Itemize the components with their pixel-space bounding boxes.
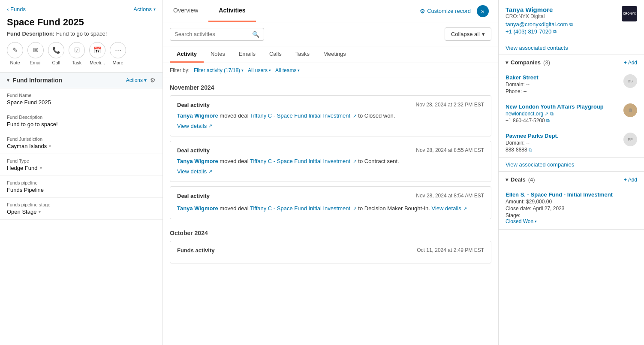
view-details-link[interactable]: View details ↗: [177, 122, 212, 130]
external-link-icon: ↗: [353, 206, 357, 211]
search-input[interactable]: [175, 31, 250, 37]
pipeline-stage-dropdown[interactable]: ▾: [39, 209, 41, 214]
tab-emails[interactable]: Emails: [232, 46, 262, 63]
activity-tabs-row: Activity Notes Emails Calls Tasks Meetin…: [163, 46, 498, 63]
copy-phone-icon[interactable]: ⧉: [553, 29, 557, 34]
jurisdiction-dropdown[interactable]: ▾: [49, 144, 51, 148]
add-deal-link[interactable]: + Add: [624, 177, 637, 183]
view-associated-contacts-link[interactable]: View associated contacts: [499, 41, 644, 55]
chevron-down-icon-deals: ▾: [506, 177, 508, 183]
note-action[interactable]: ✎ Note: [7, 42, 23, 65]
deal-stage-dropdown-icon: ▾: [535, 219, 537, 224]
company-logo: CRONYX: [622, 6, 637, 21]
view-associated-companies-link[interactable]: View associated companies: [499, 157, 644, 172]
copy-pawnee-phone-icon[interactable]: ⧉: [529, 147, 532, 152]
tab-notes[interactable]: Notes: [204, 46, 232, 63]
fund-info-section-header: ▾ Fund Information Actions ▾ ⚙: [0, 72, 163, 88]
deals-section: ▾ Deals (4) + Add Ellen S. - Space Fund …: [499, 172, 644, 230]
company-logo-new-london: 🏛: [623, 103, 637, 117]
deal-link[interactable]: Tiffany C - Space Fund Initial Investmen…: [250, 158, 350, 164]
contact-phone: +1 (403) 819-7020 ⧉: [506, 28, 617, 35]
settings-icon[interactable]: ⚙: [150, 77, 156, 84]
deal-name[interactable]: Ellen S. - Space Fund - Initial Investme…: [506, 191, 637, 198]
deals-section-header[interactable]: ▾ Deals (4) + Add: [499, 172, 644, 187]
month-october-2024: October 2024: [163, 224, 498, 236]
company-name-new-london[interactable]: New London Youth Affairs Playgroup: [506, 103, 620, 110]
external-link-icon: ↗: [353, 113, 357, 118]
left-panel: Funds Actions ▾ Space Fund 2025 Fund Des…: [0, 0, 163, 345]
contact-email: tanya@cronyxdigital.com ⧉: [506, 21, 617, 27]
top-actions-button[interactable]: Actions ▾: [133, 6, 156, 12]
main-panel: Overview Activities ⚙ Customize record »…: [163, 0, 498, 345]
filter-bar: Filter by: Filter activity (17/18) ▾ All…: [163, 63, 498, 78]
company-logo-pawnee-parks: PP: [623, 133, 637, 146]
copy-nl-phone-icon[interactable]: ⧉: [546, 118, 550, 123]
contact-company: CRO:NYX Digital: [506, 13, 617, 19]
search-box[interactable]: 🔍: [170, 28, 264, 41]
activity-card: Deal activity Nov 28, 2024 at 2:32 PM ES…: [170, 95, 491, 136]
section-title: Fund Information: [13, 77, 62, 84]
copy-email-icon[interactable]: ⧉: [569, 21, 573, 27]
field-funds-pipeline: Funds pipeline Funds Pipeline: [0, 176, 163, 198]
domain-ext-icon[interactable]: ↗: [545, 111, 548, 116]
more-action[interactable]: ⋯ More: [110, 42, 126, 65]
field-fund-description: Fund Description Fund to go to space!: [0, 110, 163, 132]
tab-calls[interactable]: Calls: [262, 46, 289, 63]
copy-domain-icon[interactable]: ⧉: [550, 111, 554, 116]
field-fund-type: Fund Type Hedge Fund ▾: [0, 154, 163, 176]
filter-users-pill[interactable]: All users ▾: [248, 67, 271, 73]
add-company-link[interactable]: + Add: [624, 60, 637, 66]
company-entry-new-london: New London Youth Affairs Playgroup newlo…: [499, 99, 644, 128]
collapse-all-button[interactable]: Collapse all ▾: [445, 27, 491, 41]
breadcrumb-link[interactable]: Funds: [7, 6, 26, 12]
deal-link[interactable]: Tiffany C - Space Fund Initial Investmen…: [250, 205, 350, 212]
companies-section-header[interactable]: ▾ Companies (3) + Add: [499, 55, 644, 70]
company-name-pawnee-parks[interactable]: Pawnee Parks Dept.: [506, 133, 620, 139]
actor-link[interactable]: Tanya Wigmore: [177, 205, 218, 212]
tab-tasks[interactable]: Tasks: [289, 46, 316, 63]
contact-card: Tanya Wigmore CRO:NYX Digital tanya@cron…: [499, 0, 644, 41]
field-fund-jurisdiction: Fund Jurisdiction Cayman Islands ▾: [0, 132, 163, 154]
company-entry-pawnee-parks: Pawnee Parks Dept. Domain: -- 888-8888 ⧉…: [499, 128, 644, 157]
field-pipeline-stage: Funds pipeline stage Open Stage ▾: [0, 198, 163, 220]
chevron-down-icon: ▾: [506, 60, 508, 66]
fund-info-actions[interactable]: Actions ▾: [126, 77, 147, 83]
fund-type-dropdown[interactable]: ▾: [40, 166, 42, 170]
view-details-link[interactable]: View details ↗: [177, 167, 212, 176]
filter-activity-pill[interactable]: Filter activity (17/18) ▾: [194, 67, 244, 73]
fund-title: Space Fund 2025: [7, 17, 156, 28]
main-content: 🔍 Collapse all ▾ Activity Notes Emails C…: [163, 22, 498, 345]
filter-teams-pill[interactable]: All teams ▾: [275, 67, 300, 73]
deal-stage[interactable]: Closed Won ▾: [506, 218, 637, 224]
external-link-icon: ↗: [353, 159, 357, 164]
tab-activities[interactable]: Activities: [208, 0, 256, 22]
company-name-baker-street[interactable]: Baker Street: [506, 74, 620, 81]
meeting-action[interactable]: 📅 Meeti...: [89, 42, 105, 65]
actor-link[interactable]: Tanya Wigmore: [177, 112, 218, 119]
companies-section: ▾ Companies (3) + Add Baker Street Domai…: [499, 55, 644, 172]
action-icons-row: ✎ Note ✉ Email 📞 Call ☑ Task 📅 Meeti... …: [7, 42, 156, 65]
toggle-panel-button[interactable]: »: [477, 5, 489, 17]
activity-card: Deal activity Nov 28, 2024 at 8:54 AM ES…: [170, 186, 491, 219]
contact-name[interactable]: Tanya Wigmore: [506, 6, 617, 13]
actor-link[interactable]: Tanya Wigmore: [177, 158, 218, 164]
tab-meetings[interactable]: Meetings: [316, 46, 353, 63]
tab-activity[interactable]: Activity: [170, 46, 204, 63]
email-action[interactable]: ✉ Email: [27, 42, 44, 65]
right-panel: Tanya Wigmore CRO:NYX Digital tanya@cron…: [498, 0, 644, 345]
tab-overview[interactable]: Overview: [163, 0, 208, 22]
section-collapse-arrow[interactable]: ▾: [7, 77, 9, 83]
activity-card: Deal activity Nov 28, 2024 at 8:55 AM ES…: [170, 141, 491, 182]
deal-entry: Ellen S. - Space Fund - Initial Investme…: [499, 187, 644, 229]
field-fund-name: Fund Name Space Fund 2025: [0, 88, 163, 110]
search-icon: 🔍: [252, 31, 259, 38]
task-action[interactable]: ☑ Task: [69, 42, 85, 65]
deal-link[interactable]: Tiffany C - Space Fund Initial Investmen…: [250, 112, 350, 119]
customize-record-link[interactable]: ⚙ Customize record: [420, 8, 471, 15]
month-november-2024: November 2024: [163, 78, 498, 91]
activity-card: Funds activity Oct 11, 2024 at 2:49 PM E…: [170, 241, 491, 263]
view-details-link[interactable]: View details ↗: [432, 204, 467, 213]
call-action[interactable]: 📞 Call: [48, 42, 64, 65]
company-logo-baker-street: BS: [623, 74, 637, 88]
activities-toolbar: 🔍 Collapse all ▾: [163, 22, 498, 46]
